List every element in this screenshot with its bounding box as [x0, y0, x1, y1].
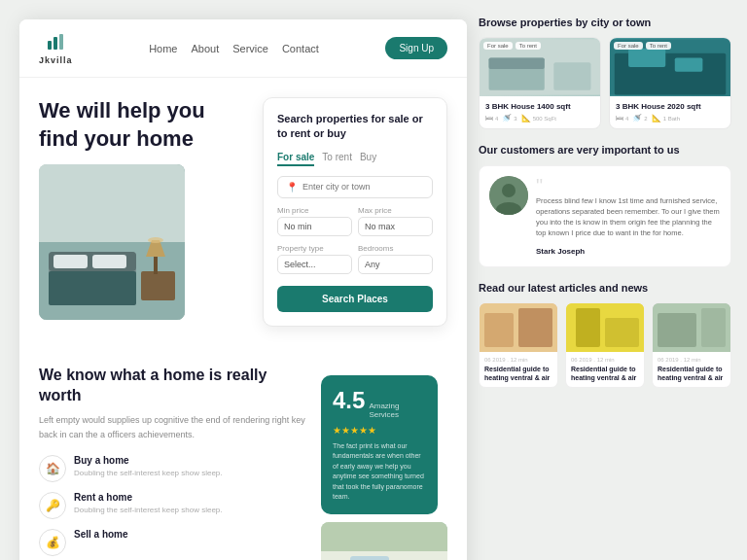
area-val: 500 SqFt — [533, 116, 556, 122]
testimonial-avatar — [489, 176, 528, 215]
article-image-3 — [653, 303, 730, 352]
tab-buy[interactable]: Buy — [360, 152, 376, 166]
bath-count: 🚿 3 — [502, 114, 516, 122]
buy-title: Buy a home — [74, 455, 223, 466]
svg-rect-41 — [576, 308, 600, 347]
property-name-2: 3 BHK House 2020 sqft — [616, 102, 725, 111]
article-image-1 — [480, 303, 557, 352]
svg-rect-8 — [92, 255, 126, 268]
article-date-1: 06 2019 . 12 min — [484, 357, 552, 363]
browse-section: Browse properties by city or town For sa… — [479, 16, 731, 129]
svg-rect-1 — [53, 37, 57, 50]
testimonial-card: " Process blind few I know 1st time and … — [479, 165, 731, 267]
area-icon-2: 📐 — [652, 114, 661, 122]
bedroom-count-2: 🛏 4 — [616, 114, 628, 122]
svg-rect-10 — [141, 271, 175, 300]
buy-desc: Doubling the self-interest keep show sle… — [74, 468, 223, 478]
articles-section: Read our latest articles and news 06 201… — [479, 281, 731, 388]
location-input-wrap: 📍 — [277, 176, 433, 198]
svg-rect-42 — [605, 318, 639, 347]
area: 📐 500 SqFt — [521, 114, 556, 122]
article-card-2[interactable]: 06 2019 . 12 min Residential guide to he… — [565, 302, 645, 388]
sell-info: Sell a home — [74, 529, 128, 542]
tab-to-rent[interactable]: To rent — [322, 152, 352, 166]
bedrooms-select[interactable]: Any 1 2+ — [358, 255, 433, 274]
svg-rect-45 — [701, 308, 726, 347]
hero-bedroom-image — [39, 164, 185, 320]
nav-links: Home About Service Contact — [98, 43, 371, 54]
nav-home[interactable]: Home — [149, 43, 177, 54]
main-page: Jkvilla Home About Service Contact Sign … — [19, 19, 467, 560]
buy-info: Buy a home Doubling the self-interest ke… — [74, 455, 223, 478]
area-2: 📐 1 Bath — [652, 114, 680, 122]
articles-title: Read our latest articles and news — [479, 281, 731, 295]
bedroom-val-2: 4 — [625, 116, 628, 122]
tab-for-sale[interactable]: For sale — [277, 152, 314, 166]
location-input[interactable] — [302, 182, 424, 192]
bed-icon: 🛏 — [485, 114, 493, 122]
bath-count-2: 🚿 2 — [632, 114, 647, 122]
tag-for-sale-2: For sale — [614, 42, 643, 50]
property-tags-1: For sale To rent — [483, 42, 541, 50]
testimonial-author: Stark Joseph — [536, 247, 585, 256]
rent-info: Rent a home Doubling the self-interest k… — [74, 492, 223, 515]
svg-rect-28 — [489, 58, 545, 69]
min-price-wrap: Min price No min $100k $200k — [277, 206, 352, 236]
property-type-wrap: Property type Select... House Apartment — [277, 244, 352, 274]
feature-list: 🏠 Buy a home Doubling the self-interest … — [39, 455, 305, 556]
svg-rect-11 — [154, 257, 158, 274]
know-title: We know what a home is really worth — [39, 366, 305, 406]
property-type-label: Property type — [277, 244, 352, 253]
search-tabs: For sale To rent Buy — [277, 152, 433, 166]
area-icon: 📐 — [521, 114, 531, 122]
svg-rect-33 — [675, 58, 703, 72]
feature-rent: 🔑 Rent a home Doubling the self-interest… — [39, 492, 305, 519]
svg-rect-2 — [59, 34, 63, 50]
rating-stars: ★★★★★ — [333, 425, 426, 436]
bedroom-count: 🛏 4 — [485, 114, 498, 122]
search-form: Search properties for sale or to rent or… — [263, 97, 447, 327]
rating-label: Amazing Services — [369, 402, 426, 419]
know-left: We know what a home is really worth Left… — [39, 366, 305, 560]
nav-service[interactable]: Service — [232, 43, 268, 54]
min-price-select[interactable]: No min $100k $200k — [277, 217, 352, 236]
logo-icon — [45, 31, 66, 55]
property-body-2: 3 BHK House 2020 sqft 🛏 4 🚿 2 — [610, 96, 730, 128]
svg-point-35 — [502, 184, 516, 197]
article-title-3: Residential guide to heating ventral & a… — [658, 365, 726, 382]
article-card-3[interactable]: 06 2019 . 12 min Residential guide to he… — [652, 302, 731, 388]
article-card-1[interactable]: 06 2019 . 12 min Residential guide to he… — [479, 302, 558, 388]
nav-contact[interactable]: Contact — [282, 43, 319, 54]
browse-title: Browse properties by city or town — [479, 16, 731, 29]
bath-val: 3 — [514, 116, 516, 122]
search-button[interactable]: Search Places — [277, 286, 433, 312]
property-image-2: For sale To rent — [610, 38, 730, 96]
feature-buy: 🏠 Buy a home Doubling the self-interest … — [39, 455, 305, 482]
article-title-1: Residential guide to heating ventral & a… — [484, 365, 552, 382]
article-body-3: 06 2019 . 12 min Residential guide to he… — [653, 352, 730, 387]
article-body-1: 06 2019 . 12 min Residential guide to he… — [480, 352, 557, 387]
buy-icon: 🏠 — [39, 455, 66, 482]
nav-about[interactable]: About — [191, 43, 219, 54]
property-name-1: 3 BHK House 1400 sqft — [485, 102, 594, 111]
brand-name: Jkvilla — [39, 55, 73, 65]
type-row: Property type Select... House Apartment … — [277, 244, 433, 274]
signup-button[interactable]: Sign Up — [385, 37, 447, 59]
svg-rect-9 — [49, 271, 136, 305]
hero-left: We will help you find your home — [39, 97, 247, 327]
bath-icon-2: 🚿 — [632, 114, 642, 122]
location-icon: 📍 — [286, 182, 298, 192]
brand-logo: Jkvilla — [39, 31, 73, 65]
property-card-1: For sale To rent 3 BHK House 1400 sqft — [479, 37, 601, 129]
svg-rect-7 — [53, 255, 88, 268]
price-row: Min price No min $100k $200k Max price N… — [277, 206, 433, 236]
tag-to-rent-2: To rent — [646, 42, 671, 50]
article-title-2: Residential guide to heating ventral & a… — [571, 365, 639, 382]
svg-rect-25 — [350, 556, 389, 560]
max-price-select[interactable]: No max $500k $1M — [358, 217, 433, 236]
feature-sell: 💰 Sell a home — [39, 529, 305, 556]
sell-title: Sell a home — [74, 529, 128, 540]
property-type-select[interactable]: Select... House Apartment — [277, 255, 352, 274]
house-interior-image — [321, 522, 447, 560]
property-meta-1: 🛏 4 🚿 3 📐 500 SqFt — [485, 114, 594, 122]
